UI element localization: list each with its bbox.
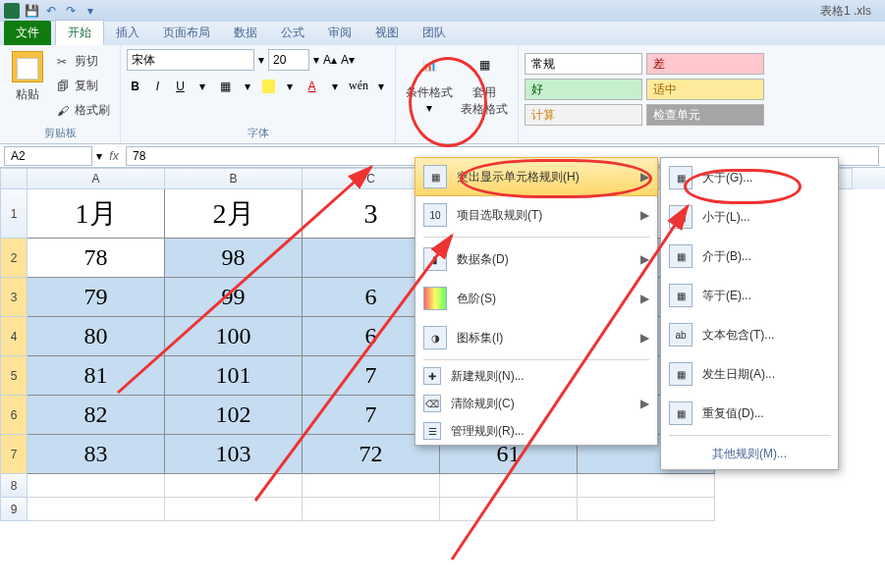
paste-button[interactable]: 粘贴 — [6, 49, 49, 126]
tab-insert[interactable]: 插入 — [104, 21, 151, 45]
font-color-icon[interactable]: A — [304, 80, 320, 93]
row-head-4[interactable]: 4 — [0, 317, 28, 356]
row-8: 8 — [0, 474, 885, 498]
menu-iconset[interactable]: ◑ 图标集(I) ▶ — [415, 318, 657, 357]
txt-icon: ab — [669, 323, 692, 347]
excel-icon — [4, 3, 20, 19]
menu-clear-rules[interactable]: ⌫ 清除规则(C) ▶ — [415, 390, 657, 417]
cell-B6[interactable]: 102 — [165, 396, 303, 435]
rule-duplicate[interactable]: ▦重复值(D)... — [661, 394, 838, 433]
border-icon[interactable]: ▦ — [217, 80, 234, 93]
cell-A2[interactable]: 78 — [28, 239, 165, 278]
qa-drop-icon[interactable]: ▾ — [83, 3, 98, 19]
rule-equal[interactable]: ▦等于(E)... — [661, 276, 838, 315]
name-box[interactable]: A2 — [4, 146, 92, 166]
menu-new-rule[interactable]: ✚ 新建规则(N)... — [415, 362, 657, 390]
row-head-1[interactable]: 1 — [0, 189, 28, 239]
cut-button[interactable]: ✂剪切 — [53, 51, 114, 72]
cell-B3[interactable]: 99 — [165, 278, 303, 317]
bold-button[interactable]: B — [127, 80, 143, 93]
cell-B7[interactable]: 103 — [165, 435, 303, 474]
arrow-right-icon: ▶ — [640, 208, 649, 222]
menu-manage-rules[interactable]: ☰ 管理规则(R)... — [415, 417, 657, 445]
ribbon: 粘贴 ✂剪切 🗐复制 🖌格式刷 剪贴板 宋体 ▾ 20 ▾ A▴ A▾ B I — [0, 45, 885, 144]
cell-B2[interactable]: 98 — [165, 239, 303, 278]
row-head-8[interactable]: 8 — [0, 474, 28, 498]
fx-icon[interactable]: fx — [102, 149, 126, 163]
style-check[interactable]: 检查单元 — [646, 104, 764, 126]
row-head-2[interactable]: 2 — [0, 239, 28, 278]
fill-color-icon[interactable] — [262, 80, 275, 93]
dup-icon: ▦ — [669, 401, 692, 425]
arrow-right-icon: ▶ — [640, 397, 649, 410]
rule-date[interactable]: ▦发生日期(A)... — [661, 354, 838, 394]
tab-formula[interactable]: 公式 — [269, 21, 316, 45]
conditional-format-menu: ▦ 突出显示单元格规则(H) ▶ 10 项目选取规则(T) ▶ ▮ 数据条(D)… — [415, 157, 658, 446]
group-font: 宋体 ▾ 20 ▾ A▴ A▾ B I U▾ ▦▾ ▾ A▾ wén▾ 字体 — [121, 45, 396, 143]
manage-icon: ☰ — [423, 422, 441, 440]
databar-icon: ▮ — [423, 247, 447, 271]
cell-A5[interactable]: 81 — [28, 356, 165, 396]
tab-begin[interactable]: 开始 — [55, 20, 104, 45]
font-size-combo[interactable]: 20 — [268, 49, 309, 71]
table-format-button[interactable]: ▦ 套用 表格格式 — [459, 45, 510, 126]
rule-less-than[interactable]: ▦小于(L)... — [661, 197, 838, 237]
copy-icon: 🗐 — [57, 80, 71, 93]
rule-more[interactable]: 其他规则(M)... — [661, 438, 838, 469]
brush-button[interactable]: 🖌格式刷 — [53, 100, 114, 121]
qa-redo-icon[interactable]: ↷ — [63, 3, 79, 19]
row-head-5[interactable]: 5 — [0, 356, 28, 396]
document-title: 表格1 .xls — [820, 3, 871, 20]
cell-A1[interactable]: 1月 — [28, 189, 165, 239]
scissors-icon: ✂ — [57, 55, 71, 69]
group-cell-styles: 常规 差 好 适中 计算 检查单元 — [519, 45, 786, 143]
menu-databar[interactable]: ▮ 数据条(D) ▶ — [415, 240, 657, 279]
cell-B1[interactable]: 2月 — [165, 189, 303, 239]
tab-view[interactable]: 视图 — [363, 21, 411, 45]
highlight-rules-submenu: ▦大于(G)... ▦小于(L)... ▦介于(B)... ▦等于(E)... … — [660, 157, 839, 470]
style-mid[interactable]: 适中 — [646, 79, 764, 100]
col-B[interactable]: B — [165, 168, 303, 189]
qa-undo-icon[interactable]: ↶ — [43, 3, 59, 19]
tab-layout[interactable]: 页面布局 — [151, 21, 222, 45]
conditional-format-button[interactable]: 📊 条件格式 ▾ — [404, 45, 455, 126]
row-head-3[interactable]: 3 — [0, 278, 28, 317]
underline-button[interactable]: U — [172, 80, 189, 93]
copy-button[interactable]: 🗐复制 — [53, 76, 114, 96]
row-head-6[interactable]: 6 — [0, 396, 28, 435]
menu-highlight-cells[interactable]: ▦ 突出显示单元格规则(H) ▶ — [415, 157, 658, 196]
italic-button[interactable]: I — [149, 80, 166, 93]
col-A[interactable]: A — [28, 168, 165, 189]
rule-between[interactable]: ▦介于(B)... — [661, 237, 838, 276]
tab-review[interactable]: 审阅 — [316, 21, 363, 45]
group-label-clipboard: 剪贴板 — [6, 126, 114, 143]
row-head-9[interactable]: 9 — [0, 498, 28, 521]
font-name-combo[interactable]: 宋体 — [127, 49, 254, 71]
menu-colorscale[interactable]: 色阶(S) ▶ — [415, 279, 657, 318]
arrow-right-icon: ▶ — [640, 252, 649, 266]
rule-greater-than[interactable]: ▦大于(G)... — [661, 158, 838, 197]
clear-icon: ⌫ — [423, 395, 441, 412]
cell-A4[interactable]: 80 — [28, 317, 165, 356]
tab-data[interactable]: 数据 — [222, 21, 269, 45]
phonetic-icon[interactable]: wén — [349, 79, 366, 93]
menu-top-rules[interactable]: 10 项目选取规则(T) ▶ — [415, 195, 657, 235]
cell-B5[interactable]: 101 — [165, 356, 303, 396]
select-all-corner[interactable] — [0, 168, 28, 189]
rule-text-contains[interactable]: ab文本包含(T)... — [661, 315, 838, 354]
style-good[interactable]: 好 — [525, 79, 642, 100]
shrink-font-icon[interactable]: A▾ — [341, 53, 355, 67]
row-head-7[interactable]: 7 — [0, 435, 28, 474]
tab-file[interactable]: 文件 — [4, 21, 51, 45]
qa-save-icon[interactable]: 💾 — [24, 3, 39, 19]
cell-B4[interactable]: 100 — [165, 317, 303, 356]
style-calc[interactable]: 计算 — [525, 104, 642, 126]
eq-icon: ▦ — [669, 284, 692, 307]
grow-font-icon[interactable]: A▴ — [323, 53, 337, 67]
style-bad[interactable]: 差 — [646, 53, 764, 75]
cell-A7[interactable]: 83 — [28, 435, 165, 474]
style-normal[interactable]: 常规 — [525, 53, 642, 75]
tab-team[interactable]: 团队 — [411, 21, 458, 45]
cell-A3[interactable]: 79 — [28, 278, 165, 317]
cell-A6[interactable]: 82 — [28, 396, 165, 435]
